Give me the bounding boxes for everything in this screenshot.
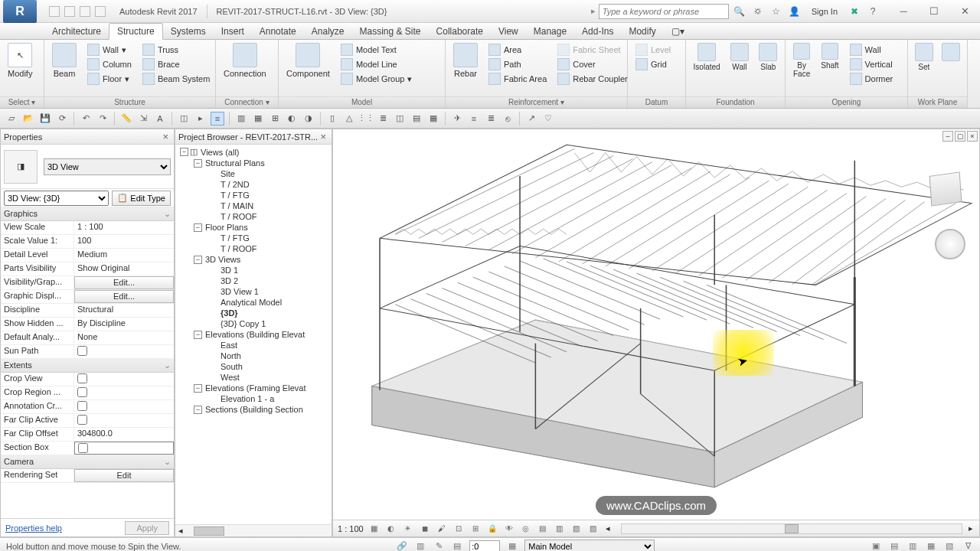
t10-icon[interactable]: ✈ [450, 112, 464, 126]
close-hidden-icon[interactable]: ▥ [234, 112, 248, 126]
tree-expand-icon[interactable]: − [194, 223, 202, 232]
sb-sel1-icon[interactable]: ▣ [870, 540, 882, 552]
prop-row[interactable]: Far Clip Active [1, 414, 174, 428]
area-button[interactable]: Area [485, 43, 550, 57]
prop-row[interactable]: Section Box [1, 442, 174, 455]
open-icon[interactable]: 📂 [21, 112, 35, 126]
project-tree[interactable]: − ◫ Views (all)− Structural Plans Site T… [175, 145, 332, 524]
brace-button[interactable]: Brace [139, 57, 213, 71]
vp-close-icon[interactable]: × [967, 131, 978, 142]
browser-hscroll[interactable]: ◂ [175, 524, 332, 536]
infocenter-search-input[interactable] [599, 4, 729, 19]
vcb-render-icon[interactable]: 🖌 [436, 523, 448, 535]
prop-value[interactable]: Edit... [74, 276, 174, 289]
sb-filter2-icon[interactable]: ∇ [962, 540, 974, 552]
cover-button[interactable]: Cover [554, 57, 631, 71]
t14-icon[interactable]: ↗ [524, 112, 538, 126]
temp1-icon[interactable]: ◐ [285, 112, 299, 126]
rebar-button[interactable]: Rebar [449, 41, 482, 80]
tree-expand-icon[interactable]: − [194, 384, 202, 393]
prop-row[interactable]: Sun Path [1, 345, 174, 359]
prop-value[interactable]: 304800.0 [74, 428, 174, 441]
sb-sel5-icon[interactable]: ▧ [943, 540, 956, 552]
tab-annotate[interactable]: Annotate [252, 24, 304, 39]
new-icon[interactable]: ▱ [5, 112, 18, 126]
tree-node[interactable]: {3D} Copy 1 [175, 318, 332, 329]
tree-node[interactable]: − Floor Plans [175, 222, 332, 233]
save-icon[interactable]: 💾 [38, 112, 52, 126]
prop-section-graphics[interactable]: Graphics⌄ [1, 207, 174, 221]
tab-view[interactable]: View [491, 24, 526, 39]
prop-value[interactable]: 100 [74, 235, 174, 248]
model-text-button[interactable]: Model Text [338, 43, 416, 57]
level-button[interactable]: Level [632, 43, 681, 57]
switch-windows-icon[interactable]: ▦ [251, 112, 265, 126]
prop-value[interactable]: Show Original [74, 262, 174, 276]
t4-icon[interactable]: △ [342, 112, 356, 126]
vcb-sun-icon[interactable]: ☀ [402, 523, 414, 535]
t8-icon[interactable]: ▤ [410, 112, 423, 126]
properties-grid[interactable]: Graphics⌄View Scale1 : 100Scale Value 1:… [1, 207, 174, 518]
sb-sel3-icon[interactable]: ▥ [906, 540, 919, 552]
tree-node[interactable]: T / FTG [175, 190, 332, 201]
tab-systems[interactable]: Systems [163, 24, 214, 39]
sb-filter-icon[interactable]: ▦ [506, 540, 518, 552]
tree-expand-icon[interactable]: − [194, 406, 202, 414]
sb-sel4-icon[interactable]: ▦ [925, 540, 937, 552]
prop-value[interactable] [74, 373, 174, 386]
connection-button[interactable]: Connection [219, 41, 271, 80]
vcb-a4-icon[interactable]: ▨ [587, 523, 599, 535]
qat-redo-icon[interactable] [95, 6, 106, 17]
tree-node[interactable]: − Sections (Building Section [175, 404, 332, 415]
t13-icon[interactable]: ⎋ [501, 112, 514, 126]
path-button[interactable]: Path [485, 57, 550, 71]
fabric-area-button[interactable]: Fabric Area [485, 72, 550, 86]
tree-expand-icon[interactable]: − [194, 159, 202, 168]
vcb-lock-icon[interactable]: 🔒 [486, 523, 498, 535]
tab-insert[interactable]: Insert [214, 24, 252, 39]
column-button[interactable]: Column [84, 57, 135, 71]
viewcube[interactable] [923, 166, 969, 212]
set-button[interactable]: Set [911, 41, 937, 73]
3d-viewport[interactable]: – ▢ × [332, 129, 980, 537]
subscription-icon[interactable]: ⛭ [750, 4, 766, 19]
model-group-button[interactable]: Model Group ▾ [338, 72, 416, 86]
prop-value[interactable]: 1 : 100 [74, 221, 174, 234]
t3-icon[interactable]: ▯ [325, 112, 339, 126]
sync-icon[interactable]: ⟳ [55, 112, 69, 126]
qat-open-icon[interactable] [49, 6, 60, 17]
section-icon[interactable]: ▸ [194, 112, 207, 126]
search-icon[interactable]: 🔍 [732, 4, 747, 19]
slab-button[interactable]: Slab [755, 41, 782, 73]
prop-row[interactable]: Crop View [1, 373, 174, 386]
component-button[interactable]: Component [282, 41, 335, 80]
edit-type-button[interactable]: 📋Edit Type [112, 191, 171, 206]
selection-count-input[interactable] [469, 540, 500, 552]
t6-icon[interactable]: ≣ [376, 112, 390, 126]
instance-selector[interactable]: 3D View: {3D} [4, 191, 109, 206]
prop-row[interactable]: Scale Value 1:100 [1, 235, 174, 249]
tree-node[interactable]: West [175, 372, 332, 383]
prop-value[interactable]: Structural [74, 304, 174, 317]
tree-expand-icon[interactable]: − [194, 331, 202, 339]
prop-row[interactable]: Annotation Cr... [1, 400, 174, 414]
foundation-wall-button[interactable]: Wall [726, 41, 753, 73]
prop-row[interactable]: Detail LevelMedium [1, 249, 174, 262]
prop-section-extents[interactable]: Extents⌄ [1, 359, 174, 373]
t15-icon[interactable]: ♡ [541, 112, 555, 126]
qat-save-icon[interactable] [64, 6, 75, 17]
tree-node[interactable]: T / ROOF [175, 211, 332, 222]
tree-node[interactable]: T / FTG [175, 233, 332, 243]
browser-close-icon[interactable]: × [318, 131, 328, 142]
tree-expand-icon[interactable]: − [180, 148, 188, 156]
beam-button[interactable]: Beam [47, 41, 81, 80]
prop-value[interactable]: Medium [74, 249, 174, 262]
tree-node[interactable]: East [175, 340, 332, 350]
tab-modify[interactable]: Modify [621, 24, 663, 39]
prop-value[interactable] [74, 414, 174, 427]
vp-max-icon[interactable]: ▢ [955, 131, 965, 142]
prop-value[interactable]: Edit [74, 469, 174, 482]
prop-row[interactable]: Parts VisibilityShow Original [1, 262, 174, 276]
vcb-temp-hide-icon[interactable]: 👁 [503, 523, 515, 535]
vcb-shadows-icon[interactable]: ◼ [419, 523, 431, 535]
